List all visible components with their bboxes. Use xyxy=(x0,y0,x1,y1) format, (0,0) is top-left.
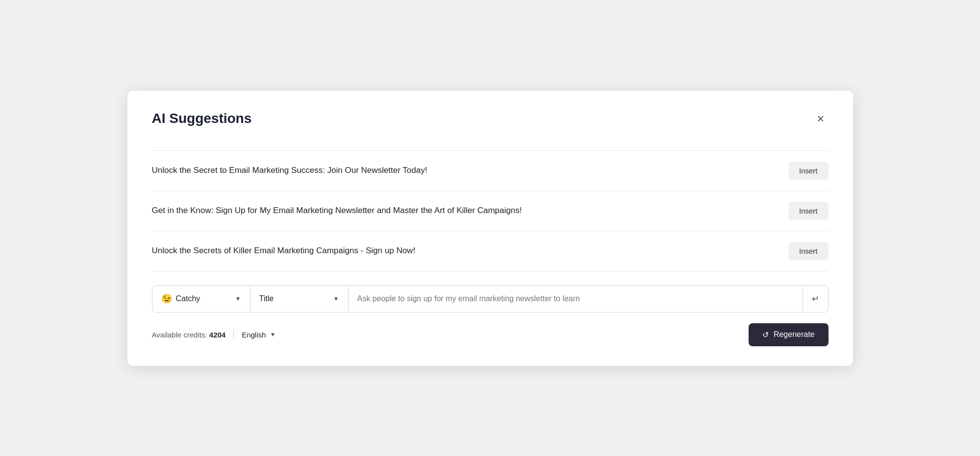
tone-label: Catchy xyxy=(176,294,231,303)
insert-button-1[interactable]: Insert xyxy=(788,162,829,180)
suggestion-item-3: Unlock the Secrets of Killer Email Marke… xyxy=(152,231,829,271)
language-chevron-icon: ▼ xyxy=(270,331,276,338)
submit-icon: ↵ xyxy=(812,293,819,304)
regenerate-label: Regenerate xyxy=(774,330,815,339)
modal-header: AI Suggestions × xyxy=(152,110,829,127)
insert-button-3[interactable]: Insert xyxy=(788,242,829,260)
credits-label: Available credits: xyxy=(152,331,207,339)
suggestion-text-3: Unlock the Secrets of Killer Email Marke… xyxy=(152,244,788,257)
suggestion-text-2: Get in the Know: Sign Up for My Email Ma… xyxy=(152,204,788,217)
suggestion-item-2: Get in the Know: Sign Up for My Email Ma… xyxy=(152,191,829,231)
controls-row: 😉 Catchy ▼ Title ▼ ↵ xyxy=(152,285,829,312)
insert-button-2[interactable]: Insert xyxy=(788,202,829,220)
language-label: English xyxy=(242,331,266,339)
footer-row: Available credits: 4204 English ▼ ↺ Rege… xyxy=(152,323,829,346)
suggestions-list: Unlock the Secret to Email Marketing Suc… xyxy=(152,150,829,271)
regenerate-icon: ↺ xyxy=(762,330,769,339)
type-chevron-icon: ▼ xyxy=(333,295,339,302)
prompt-input[interactable] xyxy=(349,287,803,311)
close-button[interactable]: × xyxy=(813,110,828,127)
tone-select[interactable]: 😉 Catchy ▼ xyxy=(152,286,251,312)
tone-emoji: 😉 xyxy=(161,293,172,304)
submit-prompt-button[interactable]: ↵ xyxy=(803,286,828,312)
credits-value: 4204 xyxy=(209,331,226,339)
tone-chevron-icon: ▼ xyxy=(235,295,241,302)
language-select[interactable]: English ▼ xyxy=(242,331,276,339)
regenerate-button[interactable]: ↺ Regenerate xyxy=(749,323,829,346)
suggestion-item-1: Unlock the Secret to Email Marketing Suc… xyxy=(152,150,829,191)
ai-suggestions-modal: AI Suggestions × Unlock the Secret to Em… xyxy=(127,91,853,366)
credits-divider xyxy=(233,330,234,339)
type-select[interactable]: Title ▼ xyxy=(251,287,349,311)
modal-title: AI Suggestions xyxy=(152,111,252,126)
suggestion-text-1: Unlock the Secret to Email Marketing Suc… xyxy=(152,164,788,177)
credits-section: Available credits: 4204 English ▼ xyxy=(152,330,276,339)
type-label: Title xyxy=(259,294,329,303)
